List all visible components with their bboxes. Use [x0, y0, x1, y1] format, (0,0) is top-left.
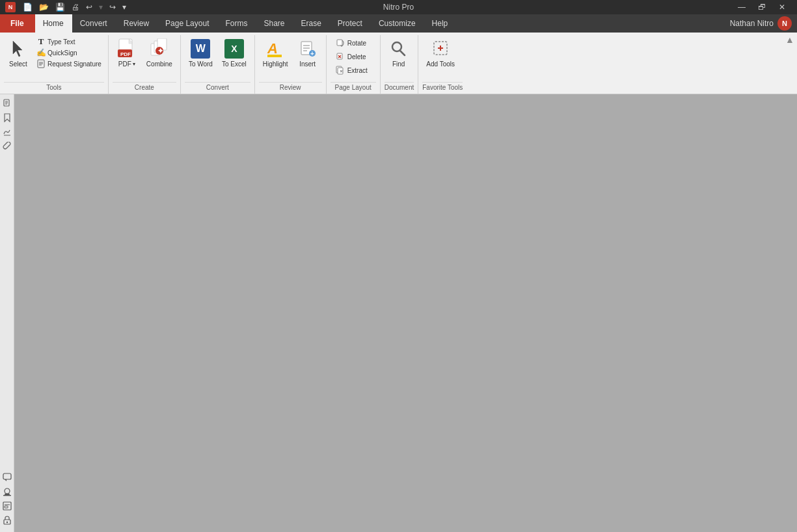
ribbon-group-create: PDF PDF ▾ ✦ [109, 35, 181, 94]
close-button[interactable]: ✕ [772, 0, 792, 14]
ribbon-group-review: A Highlight [255, 35, 327, 94]
lock-icon[interactable] [1, 514, 14, 527]
tab-share[interactable]: Share [256, 14, 293, 33]
title-bar: N 📄 📂 💾 🖨 ↩ ▾ ↪ ▾ Nitro Pro — 🗗 ✕ [0, 0, 797, 14]
to-excel-button[interactable]: X To Excel [218, 36, 250, 70]
tab-forms[interactable]: Forms [217, 14, 256, 33]
svg-rect-15 [267, 55, 282, 57]
ribbon-group-page-layout: Rotate Delete [327, 35, 381, 94]
svg-rect-49 [5, 506, 8, 508]
delete-icon [334, 51, 345, 62]
tab-erase[interactable]: Erase [293, 14, 330, 33]
tab-help[interactable]: Help [424, 14, 457, 33]
convert-group-label: Convert [185, 82, 250, 92]
svg-text:A: A [267, 40, 278, 57]
delete-button[interactable]: Delete [331, 50, 376, 63]
request-signature-button[interactable]: Request Signature [34, 59, 104, 69]
svg-text:✦: ✦ [157, 47, 163, 55]
combine-button[interactable]: ✦ Combine [142, 36, 176, 70]
user-name: Nathan Nitro [730, 19, 774, 28]
svg-rect-28 [338, 68, 343, 74]
tab-home[interactable]: Home [35, 14, 72, 33]
document-group-label: Document [385, 82, 414, 92]
select-button[interactable]: Select [4, 36, 33, 70]
bookmarks-icon[interactable] [1, 111, 14, 124]
add-tools-button[interactable]: Add Tools [422, 36, 459, 70]
svg-rect-22 [337, 40, 342, 46]
page-actions-group: Rotate Delete [331, 36, 376, 77]
quicksign-button[interactable]: ✍ QuickSign [34, 47, 104, 58]
type-text-button[interactable]: T Type Text [34, 36, 104, 47]
favorite-tools-group-label: Favorite Tools [422, 82, 463, 92]
redo-button[interactable]: ↪ [107, 2, 118, 12]
svg-rect-42 [3, 473, 11, 479]
customize-qa[interactable]: ▾ [120, 2, 128, 12]
rotate-icon [334, 38, 345, 48]
user-area: Nathan Nitro N [730, 16, 797, 31]
pdf-button[interactable]: PDF PDF ▾ [113, 36, 141, 70]
new-button[interactable]: 📄 [21, 2, 34, 12]
type-text-icon: T [36, 37, 46, 46]
tab-file[interactable]: File [0, 14, 35, 33]
svg-text:+: + [310, 50, 314, 57]
left-sidebar [0, 94, 14, 532]
request-signature-icon [36, 59, 46, 68]
tab-page-layout[interactable]: Page Layout [157, 14, 217, 33]
minimize-button[interactable]: — [732, 0, 751, 14]
tab-protect[interactable]: Protect [330, 14, 371, 33]
svg-text:PDF: PDF [120, 51, 131, 57]
quicksign-icon: ✍ [36, 48, 46, 57]
app-title: Nitro Pro [383, 3, 414, 12]
window-controls: — 🗗 ✕ [732, 0, 792, 14]
ribbon-group-favorite-tools: Add Tools Favorite Tools [418, 35, 466, 94]
insert-button[interactable]: + Insert [293, 36, 322, 70]
ribbon-group-convert: W To Word X To Excel Convert [181, 35, 255, 94]
quick-access-toolbar: N 📄 📂 💾 🖨 ↩ ▾ ↪ ▾ [5, 2, 128, 12]
ribbon-group-tools: Select T Type Text ✍ QuickSign [0, 35, 109, 94]
svg-line-32 [400, 51, 405, 55]
menu-bar: File Home Convert Review Page Layout For… [0, 14, 797, 33]
extract-button[interactable]: Extract [331, 64, 376, 77]
svg-rect-46 [3, 495, 11, 496]
ribbon: Select T Type Text ✍ QuickSign [0, 33, 797, 94]
tab-customize[interactable]: Customize [371, 14, 424, 33]
print-button[interactable]: 🖨 [70, 2, 81, 12]
signatures-icon[interactable] [1, 126, 14, 139]
app-logo: N [5, 2, 16, 12]
collapse-ribbon-button[interactable]: ▲ [783, 33, 797, 47]
forms-icon[interactable] [1, 499, 14, 512]
extract-icon [334, 65, 345, 75]
svg-marker-40 [5, 114, 10, 122]
undo-dropdown[interactable]: ▾ [97, 2, 105, 12]
save-button[interactable]: 💾 [53, 2, 67, 12]
tab-convert[interactable]: Convert [72, 14, 116, 33]
pages-icon[interactable] [1, 97, 14, 110]
open-button[interactable]: 📂 [37, 2, 51, 12]
main-content [14, 94, 797, 532]
maximize-button[interactable]: 🗗 [752, 0, 772, 14]
create-group-label: Create [113, 82, 176, 92]
stamps-icon[interactable] [1, 485, 14, 498]
comments-icon[interactable] [1, 471, 14, 484]
undo-button[interactable]: ↩ [84, 2, 94, 12]
attachments-icon[interactable] [1, 140, 14, 153]
user-avatar[interactable]: N [777, 16, 792, 31]
find-button[interactable]: Find [385, 36, 413, 70]
tools-group-label: Tools [4, 82, 104, 92]
ribbon-group-document: Find Document [381, 35, 419, 94]
highlight-button[interactable]: A Highlight [259, 36, 292, 70]
to-word-button[interactable]: W To Word [185, 36, 217, 70]
svg-rect-45 [5, 494, 10, 495]
menu-tabs: File Home Convert Review Page Layout For… [0, 14, 456, 33]
text-tools-group: T Type Text ✍ QuickSign [34, 36, 104, 69]
svg-marker-0 [13, 41, 22, 57]
svg-point-44 [5, 488, 10, 494]
rotate-button[interactable]: Rotate [331, 36, 376, 49]
svg-point-51 [7, 522, 8, 523]
page-layout-group-label: Page Layout [331, 82, 376, 92]
tab-review[interactable]: Review [116, 14, 157, 33]
review-group-label: Review [259, 82, 322, 92]
